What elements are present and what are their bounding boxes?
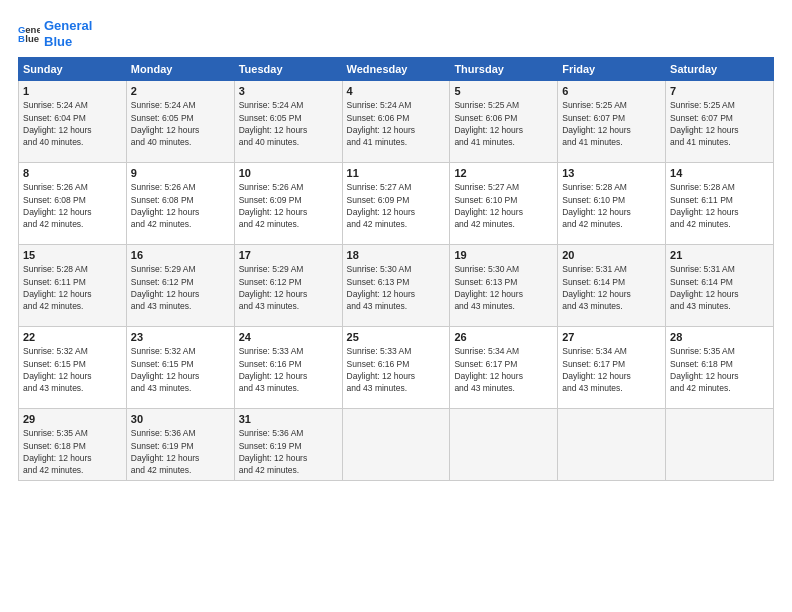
logo: G eneral B lue General Blue [18, 18, 92, 49]
day-cell: 1Sunrise: 5:24 AMSunset: 6:04 PMDaylight… [19, 81, 127, 163]
day-number: 27 [562, 331, 661, 343]
header-row: G eneral B lue General Blue [18, 18, 774, 49]
day-cell: 30Sunrise: 5:36 AMSunset: 6:19 PMDayligh… [126, 409, 234, 481]
header-sunday: Sunday [19, 58, 127, 81]
calendar-body: 1Sunrise: 5:24 AMSunset: 6:04 PMDaylight… [19, 81, 774, 481]
day-detail: Sunrise: 5:35 AMSunset: 6:18 PMDaylight:… [23, 428, 92, 475]
day-number: 26 [454, 331, 553, 343]
day-cell: 6Sunrise: 5:25 AMSunset: 6:07 PMDaylight… [558, 81, 666, 163]
day-number: 10 [239, 167, 338, 179]
day-detail: Sunrise: 5:24 AMSunset: 6:05 PMDaylight:… [131, 100, 200, 147]
day-detail: Sunrise: 5:32 AMSunset: 6:15 PMDaylight:… [23, 346, 92, 393]
calendar-container: G eneral B lue General Blue SundayMonday… [0, 0, 792, 612]
day-number: 24 [239, 331, 338, 343]
day-detail: Sunrise: 5:29 AMSunset: 6:12 PMDaylight:… [131, 264, 200, 311]
day-number: 7 [670, 85, 769, 97]
day-cell: 23Sunrise: 5:32 AMSunset: 6:15 PMDayligh… [126, 327, 234, 409]
day-number: 2 [131, 85, 230, 97]
day-detail: Sunrise: 5:30 AMSunset: 6:13 PMDaylight:… [454, 264, 523, 311]
day-number: 21 [670, 249, 769, 261]
day-detail: Sunrise: 5:31 AMSunset: 6:14 PMDaylight:… [562, 264, 631, 311]
day-number: 25 [347, 331, 446, 343]
day-number: 18 [347, 249, 446, 261]
day-cell: 15Sunrise: 5:28 AMSunset: 6:11 PMDayligh… [19, 245, 127, 327]
day-number: 20 [562, 249, 661, 261]
day-detail: Sunrise: 5:26 AMSunset: 6:09 PMDaylight:… [239, 182, 308, 229]
day-cell: 4Sunrise: 5:24 AMSunset: 6:06 PMDaylight… [342, 81, 450, 163]
header-wednesday: Wednesday [342, 58, 450, 81]
day-detail: Sunrise: 5:36 AMSunset: 6:19 PMDaylight:… [131, 428, 200, 475]
day-cell: 24Sunrise: 5:33 AMSunset: 6:16 PMDayligh… [234, 327, 342, 409]
day-number: 5 [454, 85, 553, 97]
week-row-1: 1Sunrise: 5:24 AMSunset: 6:04 PMDaylight… [19, 81, 774, 163]
day-number: 14 [670, 167, 769, 179]
day-cell: 7Sunrise: 5:25 AMSunset: 6:07 PMDaylight… [666, 81, 774, 163]
day-detail: Sunrise: 5:33 AMSunset: 6:16 PMDaylight:… [347, 346, 416, 393]
day-detail: Sunrise: 5:28 AMSunset: 6:10 PMDaylight:… [562, 182, 631, 229]
day-detail: Sunrise: 5:26 AMSunset: 6:08 PMDaylight:… [131, 182, 200, 229]
day-number: 3 [239, 85, 338, 97]
day-number: 12 [454, 167, 553, 179]
header-tuesday: Tuesday [234, 58, 342, 81]
day-detail: Sunrise: 5:33 AMSunset: 6:16 PMDaylight:… [239, 346, 308, 393]
day-cell: 27Sunrise: 5:34 AMSunset: 6:17 PMDayligh… [558, 327, 666, 409]
day-cell [558, 409, 666, 481]
day-number: 8 [23, 167, 122, 179]
day-detail: Sunrise: 5:24 AMSunset: 6:06 PMDaylight:… [347, 100, 416, 147]
day-detail: Sunrise: 5:34 AMSunset: 6:17 PMDaylight:… [454, 346, 523, 393]
day-detail: Sunrise: 5:34 AMSunset: 6:17 PMDaylight:… [562, 346, 631, 393]
day-number: 19 [454, 249, 553, 261]
day-detail: Sunrise: 5:24 AMSunset: 6:05 PMDaylight:… [239, 100, 308, 147]
day-number: 23 [131, 331, 230, 343]
day-detail: Sunrise: 5:27 AMSunset: 6:10 PMDaylight:… [454, 182, 523, 229]
day-cell: 31Sunrise: 5:36 AMSunset: 6:19 PMDayligh… [234, 409, 342, 481]
day-cell: 12Sunrise: 5:27 AMSunset: 6:10 PMDayligh… [450, 163, 558, 245]
day-number: 15 [23, 249, 122, 261]
day-detail: Sunrise: 5:24 AMSunset: 6:04 PMDaylight:… [23, 100, 92, 147]
calendar-header-row: SundayMondayTuesdayWednesdayThursdayFrid… [19, 58, 774, 81]
day-cell: 21Sunrise: 5:31 AMSunset: 6:14 PMDayligh… [666, 245, 774, 327]
logo-icon: G eneral B lue [18, 23, 40, 45]
day-number: 28 [670, 331, 769, 343]
day-number: 30 [131, 413, 230, 425]
day-number: 22 [23, 331, 122, 343]
day-cell: 26Sunrise: 5:34 AMSunset: 6:17 PMDayligh… [450, 327, 558, 409]
day-detail: Sunrise: 5:26 AMSunset: 6:08 PMDaylight:… [23, 182, 92, 229]
day-number: 11 [347, 167, 446, 179]
logo-blue: Blue [44, 34, 92, 50]
day-number: 13 [562, 167, 661, 179]
svg-text:B: B [18, 33, 25, 44]
day-cell: 28Sunrise: 5:35 AMSunset: 6:18 PMDayligh… [666, 327, 774, 409]
day-cell: 17Sunrise: 5:29 AMSunset: 6:12 PMDayligh… [234, 245, 342, 327]
day-cell [342, 409, 450, 481]
day-detail: Sunrise: 5:30 AMSunset: 6:13 PMDaylight:… [347, 264, 416, 311]
day-detail: Sunrise: 5:36 AMSunset: 6:19 PMDaylight:… [239, 428, 308, 475]
day-cell: 8Sunrise: 5:26 AMSunset: 6:08 PMDaylight… [19, 163, 127, 245]
header-monday: Monday [126, 58, 234, 81]
day-cell [666, 409, 774, 481]
day-number: 16 [131, 249, 230, 261]
day-cell: 13Sunrise: 5:28 AMSunset: 6:10 PMDayligh… [558, 163, 666, 245]
header-saturday: Saturday [666, 58, 774, 81]
day-detail: Sunrise: 5:25 AMSunset: 6:07 PMDaylight:… [670, 100, 739, 147]
day-number: 17 [239, 249, 338, 261]
day-cell: 19Sunrise: 5:30 AMSunset: 6:13 PMDayligh… [450, 245, 558, 327]
day-number: 9 [131, 167, 230, 179]
header-thursday: Thursday [450, 58, 558, 81]
week-row-4: 22Sunrise: 5:32 AMSunset: 6:15 PMDayligh… [19, 327, 774, 409]
week-row-2: 8Sunrise: 5:26 AMSunset: 6:08 PMDaylight… [19, 163, 774, 245]
day-detail: Sunrise: 5:25 AMSunset: 6:06 PMDaylight:… [454, 100, 523, 147]
svg-text:lue: lue [25, 33, 39, 44]
day-cell: 14Sunrise: 5:28 AMSunset: 6:11 PMDayligh… [666, 163, 774, 245]
calendar-table: SundayMondayTuesdayWednesdayThursdayFrid… [18, 57, 774, 481]
day-number: 1 [23, 85, 122, 97]
day-cell: 29Sunrise: 5:35 AMSunset: 6:18 PMDayligh… [19, 409, 127, 481]
week-row-5: 29Sunrise: 5:35 AMSunset: 6:18 PMDayligh… [19, 409, 774, 481]
day-cell: 16Sunrise: 5:29 AMSunset: 6:12 PMDayligh… [126, 245, 234, 327]
logo-general: General [44, 18, 92, 34]
day-cell: 20Sunrise: 5:31 AMSunset: 6:14 PMDayligh… [558, 245, 666, 327]
day-cell: 2Sunrise: 5:24 AMSunset: 6:05 PMDaylight… [126, 81, 234, 163]
day-cell: 11Sunrise: 5:27 AMSunset: 6:09 PMDayligh… [342, 163, 450, 245]
day-cell [450, 409, 558, 481]
day-cell: 22Sunrise: 5:32 AMSunset: 6:15 PMDayligh… [19, 327, 127, 409]
